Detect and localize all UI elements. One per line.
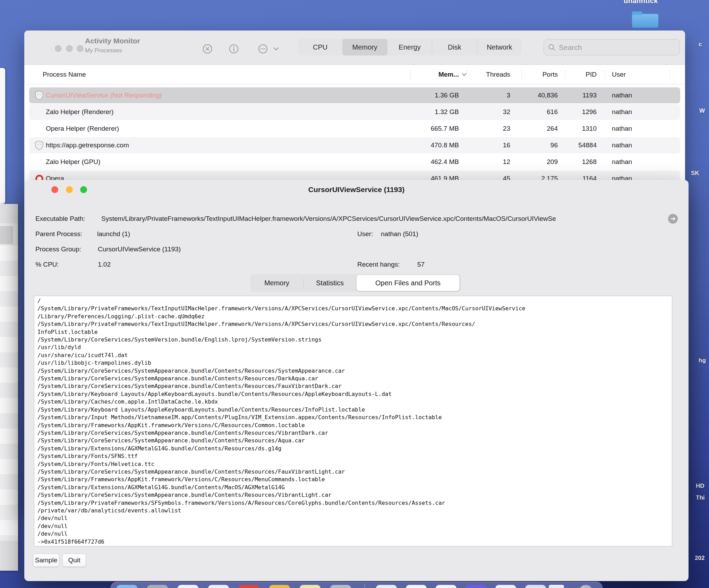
- recent-hangs-value: 57: [417, 260, 425, 269]
- user-value: nathan: [612, 154, 671, 170]
- column-memory[interactable]: Mem...: [392, 65, 459, 84]
- process-group-label: Process Group:: [35, 244, 81, 254]
- dock-app-icon[interactable]: [406, 585, 427, 588]
- titlebar[interactable]: Activity Monitor My Processes CPUMemoryE…: [24, 31, 685, 65]
- memory-value: 665.7 MB: [392, 121, 459, 137]
- column-pid[interactable]: PID: [565, 65, 597, 84]
- dock-divider: [365, 584, 365, 588]
- parent-process-label: Parent Process:: [35, 229, 82, 239]
- info-icon[interactable]: [229, 44, 239, 54]
- column-threads[interactable]: Threads: [468, 65, 510, 84]
- desktop-icon-label[interactable]: Thi: [696, 494, 705, 501]
- process-group-value: CursorUIViewService (1193): [98, 244, 181, 254]
- sample-button[interactable]: Sample: [33, 554, 59, 567]
- desktop-icon-label[interactable]: W: [699, 107, 705, 114]
- window-subtitle: My Processes: [85, 47, 122, 54]
- desktop-icon-label[interactable]: 202: [695, 555, 704, 562]
- ports-value: 616: [517, 104, 558, 120]
- toolbar-tab-disk[interactable]: Disk: [432, 39, 477, 55]
- column-user[interactable]: User: [612, 65, 626, 84]
- search-input[interactable]: Search: [544, 39, 680, 55]
- dock-app-icon[interactable]: [300, 585, 321, 588]
- user-value: nathan: [612, 121, 671, 137]
- user-value: nathan: [612, 137, 671, 153]
- threads-value: 3: [468, 87, 510, 103]
- dock-app-icon[interactable]: [208, 585, 229, 588]
- desktop-icon-label[interactable]: SK: [691, 170, 699, 177]
- table-header: Process Name Mem... Threads Ports PID Us…: [24, 65, 685, 84]
- executable-path-label: Executable Path:: [35, 214, 85, 224]
- desktop-icon-label[interactable]: HD: [696, 483, 704, 490]
- stop-process-icon[interactable]: [202, 44, 213, 54]
- search-placeholder: Search: [559, 43, 582, 52]
- dock[interactable]: [111, 582, 603, 588]
- desktop-icon-label[interactable]: c: [699, 41, 702, 48]
- folder-icon[interactable]: [632, 14, 658, 28]
- sort-chevron-icon[interactable]: [461, 72, 467, 77]
- dock-app-icon[interactable]: [178, 585, 198, 588]
- process-name: https://app.getresponse.com: [46, 137, 129, 153]
- chevron-down-icon[interactable]: [273, 46, 279, 51]
- pid-value: 1268: [565, 154, 597, 170]
- dock-app-icon[interactable]: [117, 585, 137, 588]
- dock-app-icon[interactable]: [465, 585, 486, 588]
- dock-ball-icon[interactable]: [579, 585, 593, 588]
- table-row[interactable]: CursorUIViewService (Not Responding)1.36…: [29, 87, 680, 103]
- quit-button[interactable]: Quit: [62, 554, 86, 567]
- dock-app-icon[interactable]: [330, 585, 351, 588]
- column-process-name[interactable]: Process Name: [43, 65, 86, 84]
- threads-value: 23: [468, 121, 510, 137]
- dock-notes-icon[interactable]: [549, 585, 564, 588]
- dock-app-icon[interactable]: [495, 585, 516, 588]
- pid-value: 54884: [565, 137, 597, 153]
- open-files-box[interactable]: / /System/Library/PrivateFrameworks/Text…: [34, 296, 672, 546]
- background-window-sliver-top: [0, 68, 5, 204]
- reveal-path-button[interactable]: ➔: [668, 214, 678, 224]
- table-row[interactable]: Zalo Helper (Renderer)1.32 GB326161296na…: [29, 104, 680, 120]
- cpu-label: % CPU:: [35, 260, 59, 269]
- process-name: Opera Helper (Renderer): [46, 121, 119, 137]
- table-row[interactable]: https://app.getresponse.com470.8 MB16965…: [29, 137, 680, 153]
- zoom-button[interactable]: [77, 45, 84, 52]
- toolbar-tab-memory[interactable]: Memory: [342, 39, 387, 55]
- more-options-icon[interactable]: [258, 44, 268, 54]
- table-row[interactable]: Zalo Helper (GPU)462.4 MB122091268nathan: [29, 154, 680, 170]
- threads-value: 32: [468, 104, 510, 120]
- dock-app-icon[interactable]: [239, 585, 259, 588]
- toolbar-tab-energy[interactable]: Energy: [387, 39, 432, 55]
- process-name: Zalo Helper (Renderer): [46, 104, 113, 120]
- executable-path-value: System/Library/PrivateFrameworks/TextInp…: [101, 214, 663, 224]
- recent-hangs-label: Recent hangs:: [357, 260, 400, 269]
- user-value: nathan (501): [381, 229, 418, 239]
- process-detail-dialog: CursorUIViewService (1193) Executable Pa…: [24, 180, 689, 581]
- dock-app-icon[interactable]: [436, 585, 456, 588]
- dock-app-icon[interactable]: [147, 585, 168, 588]
- dock-app-icon[interactable]: [376, 585, 397, 588]
- column-ports[interactable]: Ports: [517, 65, 558, 84]
- pid-value: 1310: [565, 121, 597, 137]
- toolbar-tab-network[interactable]: Network: [477, 39, 522, 55]
- dock-app-icon[interactable]: [525, 585, 546, 588]
- toolbar-tab-cpu[interactable]: CPU: [298, 39, 342, 55]
- tab-memory[interactable]: Memory: [250, 274, 303, 292]
- search-icon: [548, 44, 556, 51]
- tab-open-files-and-ports[interactable]: Open Files and Ports: [356, 275, 460, 291]
- sliver-box: [0, 226, 13, 244]
- table-row[interactable]: Opera Helper (Renderer)665.7 MB232641310…: [29, 121, 680, 137]
- threads-value: 12: [468, 154, 510, 170]
- desktop-label-top-right: unanntick: [624, 0, 658, 5]
- sliver-toolbar-band: [0, 204, 18, 223]
- user-value: nathan: [612, 104, 671, 120]
- minimize-button[interactable]: [66, 45, 73, 52]
- threads-value: 16: [468, 137, 510, 153]
- process-table: CursorUIViewService (Not Responding)1.36…: [29, 87, 680, 187]
- cpu-value: 1.02: [98, 260, 111, 269]
- dock-app-icon[interactable]: [269, 585, 290, 588]
- process-name: Zalo Helper (GPU): [46, 154, 100, 170]
- ports-value: 96: [517, 137, 558, 153]
- memory-value: 1.36 GB: [392, 87, 459, 103]
- close-button[interactable]: [55, 45, 62, 52]
- sliver-footer-band: [0, 541, 18, 571]
- desktop-icon-label[interactable]: hg: [699, 357, 706, 364]
- tab-statistics[interactable]: Statistics: [304, 274, 356, 292]
